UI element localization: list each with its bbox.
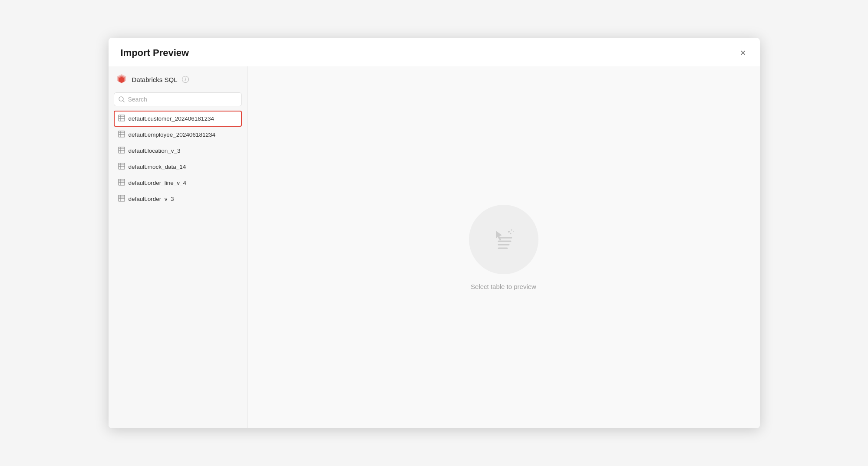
table-list: default.customer_202406181234 default.em… <box>114 111 242 421</box>
search-box <box>114 92 242 106</box>
svg-rect-17 <box>119 163 125 169</box>
modal-title: Import Preview <box>121 47 189 59</box>
preview-area: Select table to preview <box>248 66 760 428</box>
svg-rect-21 <box>119 179 125 185</box>
datasource-name: Databricks SQL <box>132 76 178 83</box>
svg-point-36 <box>510 233 511 234</box>
empty-state-icon <box>486 222 521 257</box>
table-item-label: default.order_v_3 <box>129 196 174 202</box>
svg-rect-13 <box>119 147 125 153</box>
modal-body: Databricks SQL i default.customer_202406… <box>109 66 760 428</box>
databricks-logo-icon <box>116 73 128 85</box>
modal-header: Import Preview × <box>109 38 760 66</box>
table-list-item[interactable]: default.order_v_3 <box>114 191 242 207</box>
table-list-item[interactable]: default.mock_data_14 <box>114 159 242 175</box>
table-list-item[interactable]: default.location_v_3 <box>114 143 242 159</box>
preview-illustration <box>469 205 538 274</box>
close-button[interactable]: × <box>739 46 748 59</box>
table-grid-icon <box>118 179 125 187</box>
table-grid-icon <box>118 195 125 203</box>
svg-marker-33 <box>496 231 502 240</box>
table-grid-icon <box>118 131 125 139</box>
search-input[interactable] <box>128 96 237 103</box>
table-item-label: default.order_line_v_4 <box>129 180 187 186</box>
svg-line-4 <box>122 101 124 102</box>
import-preview-modal: Import Preview × Databricks SQL i <box>109 38 760 428</box>
table-grid-icon <box>118 147 125 155</box>
table-item-label: default.customer_202406181234 <box>129 115 214 122</box>
svg-point-35 <box>511 229 512 230</box>
table-item-label: default.employee_202406181234 <box>129 131 215 138</box>
table-list-item[interactable]: default.customer_202406181234 <box>114 111 242 127</box>
table-list-item[interactable]: default.employee_202406181234 <box>114 127 242 143</box>
table-item-label: default.location_v_3 <box>129 148 181 154</box>
table-list-item[interactable]: default.order_line_v_4 <box>114 175 242 191</box>
table-grid-icon <box>118 163 125 171</box>
sidebar: Databricks SQL i default.customer_202406… <box>109 66 248 428</box>
search-icon <box>119 96 125 102</box>
table-item-label: default.mock_data_14 <box>129 164 186 170</box>
svg-rect-9 <box>119 131 125 137</box>
preview-empty-label: Select table to preview <box>471 283 536 290</box>
svg-point-37 <box>513 231 514 232</box>
svg-rect-5 <box>119 115 125 121</box>
datasource-header: Databricks SQL i <box>114 73 242 85</box>
info-icon[interactable]: i <box>182 76 189 83</box>
svg-point-34 <box>508 231 510 233</box>
table-grid-icon <box>118 115 125 123</box>
svg-rect-25 <box>119 195 125 201</box>
